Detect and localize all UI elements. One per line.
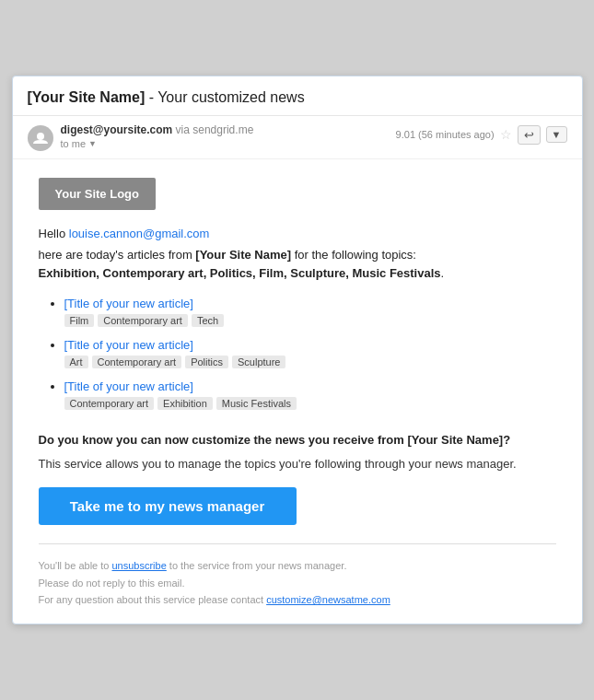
footer-line-2: Please do not reply to this email. bbox=[39, 575, 556, 592]
tag: Sculpture bbox=[232, 356, 285, 368]
tag: Politics bbox=[185, 356, 228, 368]
cta-button[interactable]: Take me to my news manager bbox=[39, 487, 297, 525]
intro-part2: for the following topics: bbox=[291, 248, 416, 262]
footer-divider bbox=[39, 543, 556, 544]
footer-text-3: For any question about this service plea… bbox=[39, 594, 267, 605]
svg-point-0 bbox=[37, 133, 44, 140]
article-link-2[interactable]: [Title of your new article] bbox=[64, 338, 556, 352]
topics-list: Exhibition, Contemporary art, Politics, … bbox=[39, 266, 441, 280]
tag: Tech bbox=[192, 314, 224, 327]
tag: Contemporary art bbox=[92, 356, 182, 368]
footer-line-3: For any question about this service plea… bbox=[39, 591, 556, 609]
footer: You'll be able to unsubscribe to the ser… bbox=[39, 557, 556, 609]
customize-section: Do you know you can now customize the ne… bbox=[39, 432, 556, 525]
tag: Film bbox=[64, 314, 95, 327]
footer-line-1: You'll be able to unsubscribe to the ser… bbox=[39, 557, 556, 575]
intro-part1: here are today's articles from bbox=[39, 248, 196, 262]
customize-desc: This service allows you to manage the to… bbox=[39, 455, 556, 473]
tag: Exhibition bbox=[157, 397, 213, 410]
footer-text-1-rest: to the service from your news manager. bbox=[167, 560, 347, 571]
sender-service: sendgrid.me bbox=[192, 123, 253, 136]
to-label: to me bbox=[61, 138, 87, 149]
article-tags-1: Film Contemporary art Tech bbox=[64, 314, 556, 327]
article-tags-2: Art Contemporary art Politics Sculpture bbox=[64, 356, 556, 368]
intro-site: [Your Site Name] bbox=[195, 248, 291, 262]
email-meta-left: digest@yoursite.com via sendgrid.me to m… bbox=[28, 123, 254, 151]
reply-button[interactable]: ↩ bbox=[518, 125, 541, 145]
article-link-3[interactable]: [Title of your new article] bbox=[64, 379, 556, 393]
greeting-text: Hello bbox=[39, 227, 69, 240]
greeting-line: Hello louise.cannon@gmail.com bbox=[39, 225, 556, 243]
email-subject-rest: - Your customized news bbox=[145, 89, 304, 105]
customize-heading: Do you know you can now customize the ne… bbox=[39, 432, 556, 449]
sender-info: digest@yoursite.com via sendgrid.me to m… bbox=[61, 123, 254, 149]
email-subject-bar: [Your Site Name] - Your customized news bbox=[13, 76, 582, 116]
sender-avatar bbox=[28, 125, 53, 151]
list-item: [Title of your new article] Contemporary… bbox=[64, 379, 556, 410]
tag: Art bbox=[64, 356, 88, 368]
email-timestamp: 9.01 (56 minutes ago) bbox=[396, 129, 495, 140]
recipient-email-link[interactable]: louise.cannon@gmail.com bbox=[69, 227, 210, 240]
email-client-window: [Your Site Name] - Your customized news … bbox=[12, 76, 583, 624]
intro-text: here are today's articles from [Your Sit… bbox=[39, 246, 556, 282]
tag: Music Festivals bbox=[216, 397, 297, 410]
list-item: [Title of your new article] Art Contempo… bbox=[64, 338, 556, 368]
via-label: via bbox=[176, 123, 190, 136]
unsubscribe-link[interactable]: unsubscribe bbox=[111, 560, 166, 571]
to-chevron-icon[interactable]: ▼ bbox=[88, 139, 97, 148]
more-actions-button[interactable]: ▼ bbox=[546, 126, 567, 143]
list-item: [Title of your new article] Film Contemp… bbox=[64, 297, 556, 327]
sender-email: digest@yoursite.com bbox=[61, 123, 173, 136]
email-subject-site: [Your Site Name] bbox=[28, 89, 146, 105]
tag: Contemporary art bbox=[98, 314, 188, 327]
contact-email-link[interactable]: customize@newsatme.com bbox=[266, 594, 390, 605]
tag: Contemporary art bbox=[64, 397, 155, 410]
email-meta-right: 9.01 (56 minutes ago) ☆ ↩ ▼ bbox=[396, 125, 567, 145]
footer-text-1: You'll be able to bbox=[39, 560, 112, 571]
to-line: to me ▼ bbox=[61, 138, 254, 149]
email-meta: digest@yoursite.com via sendgrid.me to m… bbox=[13, 116, 582, 159]
article-link-1[interactable]: [Title of your new article] bbox=[64, 297, 556, 310]
articles-list: [Title of your new article] Film Contemp… bbox=[39, 297, 556, 410]
star-icon[interactable]: ☆ bbox=[500, 127, 512, 142]
sender-line: digest@yoursite.com via sendgrid.me bbox=[61, 123, 254, 136]
article-tags-3: Contemporary art Exhibition Music Festiv… bbox=[64, 397, 556, 410]
email-body: Your Site Logo Hello louise.cannon@gmail… bbox=[13, 159, 582, 624]
site-logo: Your Site Logo bbox=[39, 178, 156, 210]
